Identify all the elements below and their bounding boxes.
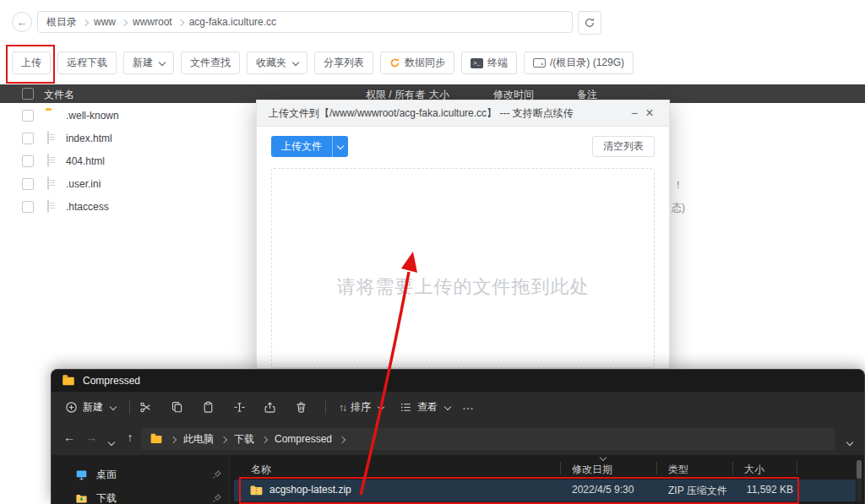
remote-download-button[interactable]: 远程下载 [57, 51, 117, 74]
column-name[interactable]: 名称 [251, 463, 271, 477]
nav-forward-button[interactable]: → [84, 431, 99, 444]
terminal-button[interactable]: >_ 终端 [461, 51, 517, 74]
column-divider[interactable] [560, 462, 561, 474]
sidebar-item-desktop[interactable]: 桌面 [63, 464, 222, 485]
share-list-button[interactable]: 分享列表 [314, 51, 373, 74]
sort-button[interactable]: ↑↓ 排序 [339, 392, 384, 423]
favorites-button[interactable]: 收藏夹 [247, 51, 307, 74]
row-checkbox[interactable] [22, 155, 34, 167]
column-divider[interactable] [656, 462, 657, 474]
upload-dropzone[interactable]: 请将需要上传的文件拖到此处 [271, 168, 655, 368]
row-checkbox[interactable] [22, 201, 34, 213]
data-sync-label: 数据同步 [405, 56, 445, 70]
select-all-checkbox[interactable] [22, 88, 34, 100]
file-size: 11,592 KB [705, 484, 793, 496]
chevron-right-icon [220, 436, 227, 442]
file-name[interactable]: acgshop-latest.zip [269, 484, 351, 496]
rename-icon [233, 401, 246, 414]
pin-icon [212, 493, 222, 503]
view-label: 查看 [417, 400, 438, 415]
folder-icon [151, 436, 162, 443]
upload-dialog-header[interactable]: 上传文件到【/www/wwwroot/acg-faka.iculture.cc】… [257, 100, 669, 127]
scrollbar[interactable] [857, 460, 862, 501]
more-options-button[interactable]: ··· [462, 392, 474, 423]
close-icon[interactable]: × [642, 106, 657, 121]
column-divider[interactable] [797, 462, 797, 474]
cut-button[interactable] [139, 392, 152, 423]
delete-button[interactable] [295, 392, 307, 423]
data-sync-button[interactable]: 数据同步 [380, 51, 454, 74]
address-this-pc[interactable]: 此电脑 [183, 432, 214, 447]
chevron-right-icon [339, 436, 345, 442]
chevron-right-icon [261, 436, 268, 442]
rename-button[interactable] [233, 392, 246, 423]
file-name[interactable]: index.html [66, 133, 112, 144]
explorer-window-title: Compressed [83, 375, 140, 387]
column-type[interactable]: 类型 [668, 463, 688, 477]
upload-file-split-button[interactable]: 上传文件 [271, 136, 348, 157]
nav-up-button[interactable]: ↑ [122, 431, 138, 444]
column-date[interactable]: 修改日期 [572, 463, 612, 477]
upload-dialog: 上传文件到【/www/wwwroot/acg-faka.iculture.cc】… [256, 100, 670, 369]
file-manager-toolbar: 上传 远程下载 新建 文件查找 收藏夹 分享列表 [12, 51, 634, 74]
breadcrumb-www[interactable]: www [94, 16, 116, 28]
column-filename[interactable]: 文件名 [44, 88, 74, 102]
chevron-right-icon [121, 19, 128, 25]
root-disk-button[interactable]: /(根目录) (129G) [524, 51, 634, 74]
clear-list-button[interactable]: 清空列表 [592, 136, 655, 157]
minimize-icon[interactable]: − [627, 106, 642, 120]
upload-button[interactable]: 上传 [12, 51, 51, 74]
downloads-icon [75, 492, 88, 504]
favorites-label: 收藏夹 [256, 56, 286, 70]
row-checkbox[interactable] [22, 133, 34, 144]
share-button[interactable] [264, 392, 276, 423]
view-button[interactable]: 查看 [400, 392, 450, 423]
pin-icon [212, 469, 222, 480]
back-button[interactable]: ← [12, 12, 32, 32]
chevron-down-icon [444, 403, 451, 409]
column-size[interactable]: 大小 [744, 463, 764, 477]
chevron-down-icon [110, 403, 117, 409]
column-divider[interactable] [732, 462, 733, 474]
sidebar-item-downloads[interactable]: 下载 [63, 488, 222, 504]
scrollbar-thumb[interactable] [857, 460, 862, 479]
explorer-body: 桌面 下载 名称 [52, 455, 864, 504]
file-name[interactable]: 404.html [66, 155, 105, 167]
row-checkbox[interactable] [22, 110, 34, 122]
refresh-button[interactable] [578, 11, 601, 35]
file-search-button[interactable]: 文件查找 [181, 51, 240, 74]
breadcrumb-site[interactable]: acg-faka.iculture.cc [189, 16, 276, 28]
sort-arrows-icon: ↑↓ [339, 402, 345, 414]
file-icon [47, 199, 49, 213]
address-downloads[interactable]: 下载 [234, 432, 254, 447]
file-icon [47, 176, 49, 190]
share-list-label: 分享列表 [324, 56, 364, 70]
screen: ← 根目录 www wwwroot acg-faka.iculture.cc 上… [0, 0, 865, 504]
new-button[interactable]: 新建 [123, 51, 174, 74]
file-name[interactable]: .user.ini [66, 178, 101, 190]
upload-options-caret[interactable] [332, 136, 348, 157]
nav-back-button[interactable]: ← [62, 431, 77, 444]
breadcrumb-wwwroot[interactable]: wwwroot [133, 16, 172, 28]
nav-history-button[interactable] [104, 434, 119, 447]
new-item-button[interactable]: 新建 [65, 392, 116, 423]
cut-icon [139, 401, 152, 414]
explorer-titlebar[interactable]: Compressed [52, 370, 864, 392]
upload-file-button[interactable]: 上传文件 [271, 136, 332, 157]
folder-icon [63, 377, 74, 384]
html-file-icon [47, 131, 49, 144]
breadcrumb-root[interactable]: 根目录 [46, 15, 77, 30]
sidebar-downloads-label: 下载 [96, 491, 204, 504]
file-name[interactable]: .well-known [66, 110, 119, 122]
address-input[interactable]: 此电脑 下载 Compressed [141, 428, 835, 450]
copy-button[interactable] [171, 392, 183, 423]
paste-icon [202, 401, 215, 414]
address-dropdown-button[interactable] [842, 434, 857, 447]
file-name[interactable]: .htaccess [66, 201, 109, 213]
breadcrumb[interactable]: 根目录 www wwwroot acg-faka.iculture.cc [37, 11, 573, 33]
row-checkbox[interactable] [22, 178, 34, 190]
more-dots-icon: ··· [462, 401, 474, 415]
paste-button[interactable] [202, 392, 215, 423]
sync-icon [389, 57, 400, 68]
address-folder[interactable]: Compressed [275, 433, 332, 445]
